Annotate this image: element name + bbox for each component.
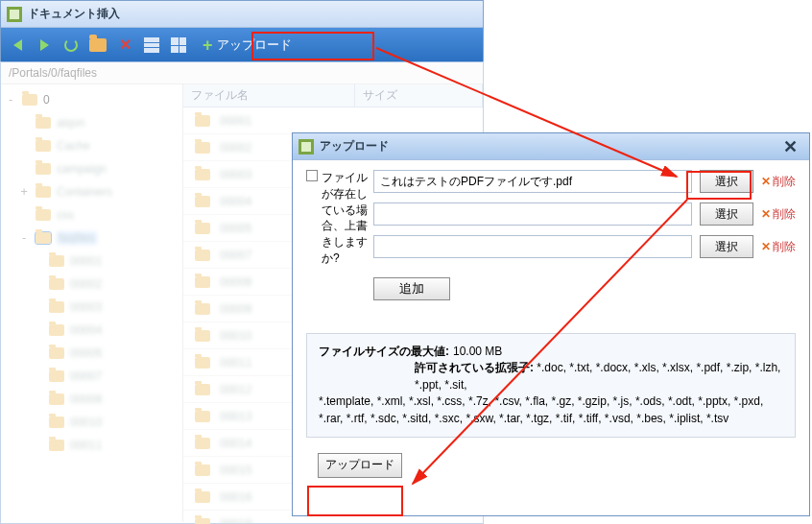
open-folder-button[interactable] bbox=[89, 36, 107, 54]
list-view-button[interactable] bbox=[143, 36, 160, 54]
main-titlebar: ドキュメント挿入 bbox=[1, 1, 483, 28]
folder-icon bbox=[22, 94, 37, 106]
folder-icon bbox=[49, 440, 64, 451]
col-name[interactable]: ファイル名 bbox=[183, 84, 355, 107]
file-row-label: 00001 bbox=[220, 114, 251, 128]
back-button[interactable] bbox=[9, 36, 26, 54]
refresh-icon bbox=[64, 38, 78, 52]
browse-button[interactable]: 選択 bbox=[700, 235, 753, 258]
delete-button[interactable]: ✕ bbox=[116, 36, 133, 54]
tree-item[interactable]: 00008 bbox=[1, 388, 182, 411]
grid-icon bbox=[171, 37, 186, 53]
tree-item[interactable]: css bbox=[1, 203, 182, 226]
allowed-line2: *.template, *.xml, *.xsl, *.css, *.7z, *… bbox=[319, 393, 783, 427]
file-path-input[interactable] bbox=[373, 235, 692, 258]
browse-button[interactable]: 選択 bbox=[700, 170, 753, 193]
toolbar: ✕ + アップロード bbox=[1, 28, 483, 62]
folder-icon bbox=[195, 438, 210, 449]
tree-item-label: 00001 bbox=[70, 254, 102, 268]
folder-icon bbox=[49, 370, 64, 382]
tree-item-label: css bbox=[57, 208, 74, 222]
grid-view-button[interactable] bbox=[170, 36, 187, 54]
file-row-label: 00002 bbox=[220, 141, 251, 155]
folder-icon bbox=[49, 301, 64, 313]
file-rows: 選択✕削除選択✕削除選択✕削除 追加 bbox=[373, 170, 796, 327]
folder-icon bbox=[195, 518, 210, 525]
tree-item-label: faqfiles bbox=[57, 231, 97, 245]
file-header: ファイル名 サイズ bbox=[183, 84, 483, 107]
file-row-label: 00009 bbox=[220, 302, 251, 316]
remove-row-link[interactable]: ✕削除 bbox=[761, 174, 796, 190]
file-row-label: 00004 bbox=[220, 195, 251, 208]
tree-item[interactable]: campaign bbox=[1, 157, 182, 180]
refresh-button[interactable] bbox=[62, 36, 80, 54]
file-path-input[interactable] bbox=[373, 170, 692, 193]
tree-item[interactable]: Cache bbox=[1, 134, 182, 157]
folder-icon bbox=[195, 115, 210, 127]
dialog-body: ファイルが存在している場合、上書きしますか? 選択✕削除選択✕削除選択✕削除 追… bbox=[293, 160, 809, 333]
overwrite-label: ファイルが存在している場合、上書きしますか? bbox=[322, 170, 368, 267]
file-row-label: 00011 bbox=[220, 356, 251, 369]
folder-tree: - 0 aiqonCachecampaign+Containerscss-faq… bbox=[1, 84, 183, 522]
tree-item[interactable]: 00003 bbox=[1, 296, 182, 319]
tree-item[interactable]: 00004 bbox=[1, 319, 182, 342]
folder-icon bbox=[49, 324, 64, 336]
close-button[interactable]: ✕ bbox=[777, 136, 803, 157]
folder-icon bbox=[195, 169, 210, 180]
tree-item[interactable]: 00007 bbox=[1, 365, 182, 388]
tree-item[interactable]: aiqon bbox=[1, 111, 182, 134]
arrow-left-icon bbox=[13, 39, 22, 51]
arrow-right-icon bbox=[40, 39, 49, 51]
browse-button[interactable]: 選択 bbox=[700, 202, 753, 226]
tree-root[interactable]: - 0 bbox=[1, 88, 182, 111]
file-row-label: 00016 bbox=[220, 490, 251, 504]
overwrite-checkbox[interactable] bbox=[306, 170, 318, 181]
file-row-label: 00015 bbox=[220, 464, 251, 477]
forward-button[interactable] bbox=[36, 36, 53, 54]
file-row[interactable]: 00001 bbox=[183, 107, 483, 134]
add-row-button[interactable]: 追加 bbox=[373, 277, 450, 300]
remove-label: 削除 bbox=[773, 239, 796, 255]
folder-open-icon bbox=[89, 38, 107, 52]
tree-item-label: campaign bbox=[57, 162, 107, 176]
tree-item-label: 00004 bbox=[70, 323, 102, 337]
tree-item-label: aiqon bbox=[57, 116, 84, 130]
tree-item-label: 00011 bbox=[70, 439, 102, 452]
allowed-label: 許可されている拡張子: bbox=[415, 361, 534, 374]
tree-item[interactable]: 00005 bbox=[1, 342, 182, 365]
expand-toggle[interactable]: - bbox=[5, 93, 16, 107]
toolbar-upload-button[interactable]: + アップロード bbox=[197, 35, 298, 56]
folder-icon bbox=[195, 276, 210, 288]
folder-icon bbox=[36, 209, 51, 221]
file-input-row: 選択✕削除 bbox=[373, 202, 796, 226]
expand-toggle[interactable]: - bbox=[18, 231, 30, 245]
overwrite-checkbox-wrap[interactable]: ファイルが存在している場合、上書きしますか? bbox=[306, 170, 368, 267]
maxsize-label: ファイルサイズの最大値: bbox=[319, 345, 449, 358]
file-input-row: 選択✕削除 bbox=[373, 235, 796, 258]
folder-icon bbox=[195, 303, 210, 315]
tree-item[interactable]: 00011 bbox=[1, 434, 182, 457]
upload-submit-button[interactable]: アップロード bbox=[318, 453, 402, 478]
folder-icon bbox=[195, 142, 210, 154]
tree-item[interactable]: 00010 bbox=[1, 411, 182, 434]
list-icon bbox=[144, 37, 159, 53]
file-path-input[interactable] bbox=[373, 202, 692, 226]
tree-root-label: 0 bbox=[43, 93, 50, 107]
file-input-row: 選択✕削除 bbox=[373, 170, 796, 193]
folder-icon bbox=[195, 223, 210, 234]
file-row-label: 00013 bbox=[220, 410, 251, 423]
remove-row-link[interactable]: ✕削除 bbox=[761, 239, 796, 255]
col-size[interactable]: サイズ bbox=[355, 84, 483, 107]
tree-item[interactable]: 00002 bbox=[1, 273, 182, 296]
tree-item[interactable]: -faqfiles bbox=[1, 226, 182, 250]
folder-icon bbox=[36, 232, 51, 244]
toolbar-upload-label: アップロード bbox=[217, 36, 292, 54]
overwrite-column: ファイルが存在している場合、上書きしますか? bbox=[306, 170, 368, 327]
folder-icon bbox=[195, 250, 210, 261]
remove-row-link[interactable]: ✕削除 bbox=[761, 206, 796, 223]
file-row-label: 00008 bbox=[220, 275, 251, 289]
tree-item[interactable]: 00001 bbox=[1, 250, 182, 273]
tree-item[interactable]: +Containers bbox=[1, 180, 182, 203]
folder-icon bbox=[195, 357, 210, 369]
expand-toggle[interactable]: + bbox=[18, 185, 30, 199]
